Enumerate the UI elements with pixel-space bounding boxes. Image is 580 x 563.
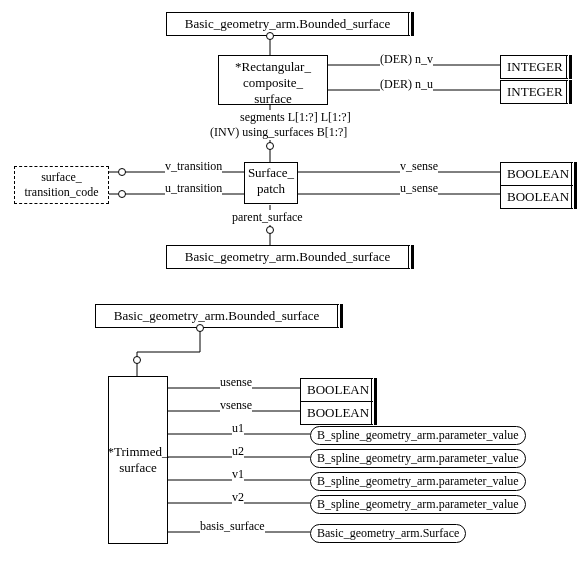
lbl-vsense: vsense xyxy=(220,398,252,413)
oval-basic-surface: Basic_geometry_arm.Surface xyxy=(310,524,466,543)
text: surface_ transition_code xyxy=(25,170,99,199)
text: Basic_geometry_arm.Bounded_surface xyxy=(114,308,319,323)
box-boolean-1: BOOLEAN xyxy=(500,162,575,186)
lbl-usense: u_sense xyxy=(400,181,438,196)
lbl-utrans: u_transition xyxy=(165,181,222,196)
oval-pv-4: B_spline_geometry_arm.parameter_value xyxy=(310,495,526,514)
lbl-inv: (INV) using_surfaces B[1:?] xyxy=(210,125,347,140)
lbl-usense: usense xyxy=(220,375,252,390)
text: B_spline_geometry_arm.parameter_value xyxy=(317,428,519,442)
circle xyxy=(118,168,126,176)
text: BOOLEAN xyxy=(307,405,369,420)
text: Basic_geometry_arm.Bounded_surface xyxy=(185,16,390,31)
lbl-vsense: v_sense xyxy=(400,159,438,174)
box-surface-patch: Surface_ patch xyxy=(244,162,298,204)
lbl-parent: parent_surface xyxy=(232,210,303,225)
oval-pv-1: B_spline_geometry_arm.parameter_value xyxy=(310,426,526,445)
inherit-circle xyxy=(266,32,274,40)
text: *Rectangular_ composite_ surface xyxy=(235,59,311,106)
box-bounded-surface-parent: Basic_geometry_arm.Bounded_surface xyxy=(166,245,412,269)
text: Basic_geometry_arm.Surface xyxy=(317,526,459,540)
box-surface-transition-code: surface_ transition_code xyxy=(14,166,109,204)
text: BOOLEAN xyxy=(307,382,369,397)
text: BOOLEAN xyxy=(507,166,569,181)
lbl-v1: v1 xyxy=(232,467,244,482)
text: BOOLEAN xyxy=(507,189,569,204)
lbl-u2: u2 xyxy=(232,444,244,459)
box-boolean-4: BOOLEAN xyxy=(300,401,375,425)
box-bounded-surface-top: Basic_geometry_arm.Bounded_surface xyxy=(166,12,412,36)
text: B_spline_geometry_arm.parameter_value xyxy=(317,474,519,488)
circle xyxy=(266,226,274,234)
lbl-der-nv: (DER) n_v xyxy=(380,52,433,67)
oval-pv-3: B_spline_geometry_arm.parameter_value xyxy=(310,472,526,491)
circle xyxy=(118,190,126,198)
text: B_spline_geometry_arm.parameter_value xyxy=(317,451,519,465)
box-integer-1: INTEGER xyxy=(500,55,570,79)
box-integer-2: INTEGER xyxy=(500,80,570,104)
lbl-vtrans: v_transition xyxy=(165,159,222,174)
text: B_spline_geometry_arm.parameter_value xyxy=(317,497,519,511)
text: INTEGER xyxy=(507,59,563,74)
lbl-u1: u1 xyxy=(232,421,244,436)
circle xyxy=(266,142,274,150)
box-boolean-3: BOOLEAN xyxy=(300,378,375,402)
lbl-v2: v2 xyxy=(232,490,244,505)
text: INTEGER xyxy=(507,84,563,99)
lbl-segments: segments L[1:?] L[1:?] xyxy=(240,110,351,125)
box-rect-composite: *Rectangular_ composite_ surface xyxy=(218,55,328,105)
box-boolean-2: BOOLEAN xyxy=(500,185,575,209)
text: *Trimmed_ surface xyxy=(108,444,169,476)
circle xyxy=(133,356,141,364)
box-trimmed-surface: *Trimmed_ surface xyxy=(108,376,168,544)
oval-pv-2: B_spline_geometry_arm.parameter_value xyxy=(310,449,526,468)
circle xyxy=(196,324,204,332)
text: Basic_geometry_arm.Bounded_surface xyxy=(185,249,390,264)
text: Surface_ patch xyxy=(248,165,294,196)
lbl-der-nu: (DER) n_u xyxy=(380,77,433,92)
lbl-basis: basis_surface xyxy=(200,519,265,534)
box-bounded-surface-bottom: Basic_geometry_arm.Bounded_surface xyxy=(95,304,341,328)
